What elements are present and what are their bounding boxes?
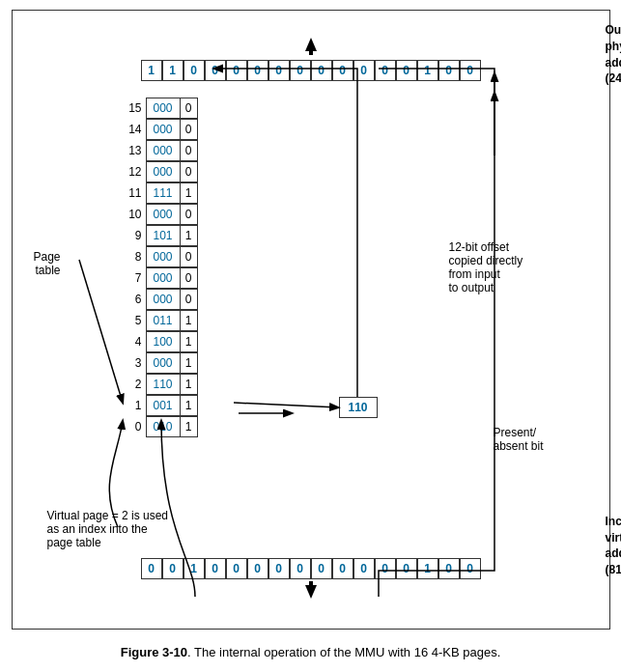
pt-present-3: 1: [181, 352, 198, 374]
pt-value-10: 000: [146, 204, 181, 225]
pt-value-4: 100: [146, 331, 181, 352]
pt-present-0: 1: [181, 416, 198, 437]
bottom-bit-1: 0: [162, 558, 183, 579]
page-table-row-2: 21101: [125, 374, 198, 395]
svg-rect-1: [309, 51, 313, 55]
pt-value-15: 000: [146, 98, 181, 119]
page-table-row-7: 70000: [125, 267, 198, 289]
pt-present-1: 1: [181, 395, 198, 416]
top-bit-2: 0: [183, 60, 205, 81]
page-table-row-3: 30001: [125, 352, 198, 374]
svg-line-5: [234, 403, 338, 407]
svg-line-4: [79, 260, 123, 403]
page-table-label: Page table: [34, 250, 61, 277]
bottom-bit-3: 0: [205, 558, 226, 579]
page-table-row-11: 111111: [125, 182, 198, 204]
svg-marker-3: [305, 585, 317, 599]
page-table-row-15: 150000: [125, 98, 198, 119]
page-table-row-13: 130000: [125, 140, 198, 161]
bottom-bit-7: 0: [290, 558, 311, 579]
incoming-label: Incoming virtual address (8196): [606, 514, 622, 578]
pt-value-14: 000: [146, 119, 181, 140]
bottom-bit-4: 0: [226, 558, 247, 579]
top-bit-5: 0: [247, 60, 268, 81]
pt-value-13: 000: [146, 140, 181, 161]
pt-value-3: 000: [146, 352, 181, 374]
top-bit-3: 0: [205, 60, 226, 81]
page-table-row-1: 10011: [125, 395, 198, 416]
bottom-bit-13: 1: [417, 558, 438, 579]
diagram-inner: Outgoing physical address (24580) Incomi…: [20, 20, 602, 619]
bottom-bit-6: 0: [268, 558, 290, 579]
pt-index-4: 4: [125, 335, 146, 349]
page-table: 1500001400001300001200001111111000009101…: [125, 98, 198, 437]
pt-present-9: 1: [181, 225, 198, 246]
bottom-bit-10: 0: [353, 558, 375, 579]
pt-index-10: 10: [125, 208, 146, 221]
top-bit-12: 0: [396, 60, 417, 81]
top-address-row: 1100000000000100: [141, 38, 481, 81]
bottom-bit-8: 0: [311, 558, 332, 579]
top-bit-15: 0: [460, 60, 481, 81]
bottom-bit-9: 0: [332, 558, 353, 579]
bottom-bit-12: 0: [396, 558, 417, 579]
pt-index-11: 11: [125, 186, 146, 200]
page-table-row-10: 100000: [125, 204, 198, 225]
figure-caption: Figure 3-10. The internal operation of t…: [121, 645, 501, 659]
pt-value-1: 001: [146, 395, 181, 416]
pt-index-9: 9: [125, 229, 146, 242]
page-table-row-12: 120000: [125, 161, 198, 182]
pt-value-9: 101: [146, 225, 181, 246]
main-diagram: Outgoing physical address (24580) Incomi…: [12, 10, 610, 630]
pt-present-14: 0: [181, 119, 198, 140]
page-table-row-6: 60000: [125, 289, 198, 310]
pt-index-5: 5: [125, 314, 146, 327]
pt-present-11: 1: [181, 182, 198, 204]
pt-value-12: 000: [146, 161, 181, 182]
pt-index-2: 2: [125, 378, 146, 391]
offset-label: 12-bit offset copied directly from input…: [449, 240, 575, 294]
top-bit-11: 0: [375, 60, 396, 81]
page-table-row-8: 80000: [125, 246, 198, 267]
page-table-row-4: 41001: [125, 331, 198, 352]
bottom-bit-2: 1: [183, 558, 205, 579]
pt-index-12: 12: [125, 165, 146, 179]
outgoing-label: Outgoing physical address (24580): [606, 22, 622, 87]
pt-present-13: 0: [181, 140, 198, 161]
bottom-bit-15: 0: [460, 558, 481, 579]
top-bit-9: 0: [332, 60, 353, 81]
pt-value-8: 000: [146, 246, 181, 267]
top-bit-7: 0: [290, 60, 311, 81]
page-table-row-9: 91011: [125, 225, 198, 246]
pt-present-10: 0: [181, 204, 198, 225]
pt-index-15: 15: [125, 101, 146, 115]
bottom-address-row: 0010000000000100: [141, 558, 481, 602]
pt-value-0: 010: [146, 416, 181, 437]
top-bit-13: 1: [417, 60, 438, 81]
top-bit-1: 1: [162, 60, 183, 81]
page-table-row-0: 00101: [125, 416, 198, 437]
bottom-bit-5: 0: [247, 558, 268, 579]
pt-present-7: 0: [181, 267, 198, 289]
pt-present-15: 0: [181, 98, 198, 119]
pt-value-7: 000: [146, 267, 181, 289]
top-bit-6: 0: [268, 60, 290, 81]
pt-index-13: 13: [125, 144, 146, 157]
svg-marker-0: [305, 38, 317, 51]
pt-index-1: 1: [125, 399, 146, 412]
pt-index-6: 6: [125, 293, 146, 306]
pt-present-5: 1: [181, 310, 198, 331]
virtual-page-label: Virtual page = 2 is used as an index int…: [47, 509, 169, 549]
pt-value-11: 111: [146, 182, 181, 204]
pt-index-14: 14: [125, 123, 146, 136]
pt-present-8: 0: [181, 246, 198, 267]
bottom-bit-14: 0: [438, 558, 460, 579]
bottom-bit-11: 0: [375, 558, 396, 579]
pt-value-6: 000: [146, 289, 181, 310]
pt-index-8: 8: [125, 250, 146, 264]
page-table-row-5: 50111: [125, 310, 198, 331]
top-bit-0: 1: [141, 60, 162, 81]
top-bit-10: 0: [353, 60, 375, 81]
bottom-bit-0: 0: [141, 558, 162, 579]
pt-present-4: 1: [181, 331, 198, 352]
